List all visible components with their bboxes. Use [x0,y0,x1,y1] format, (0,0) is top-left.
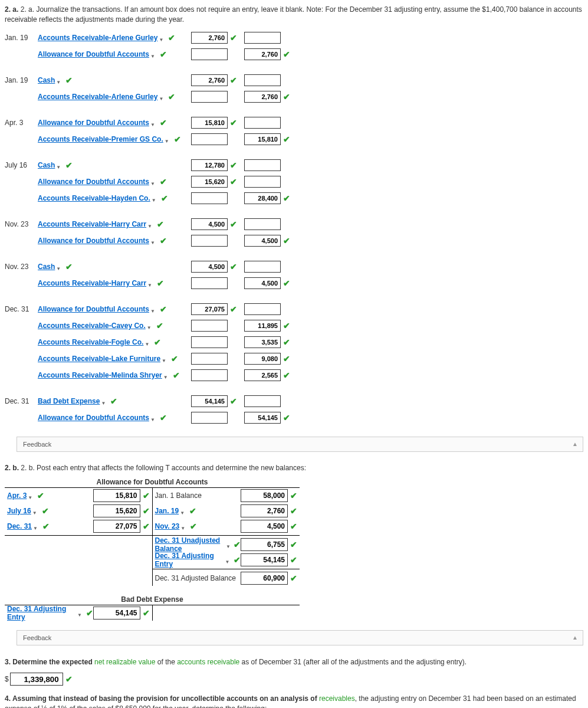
debit-input[interactable] [191,235,228,247]
account-dropdown[interactable]: Accounts Receivable-Harry Carr [38,279,146,287]
chevron-down-icon[interactable] [150,120,157,126]
account-dropdown[interactable]: Bad Debt Expense [38,397,100,405]
t-value-input[interactable] [241,538,288,551]
chevron-down-icon[interactable] [56,77,63,83]
chevron-down-icon[interactable] [162,356,169,362]
debit-input[interactable] [191,133,228,145]
debit-input[interactable] [191,192,228,204]
chevron-down-icon[interactable] [159,35,166,41]
account-dropdown[interactable]: Cash [38,263,55,271]
credit-input[interactable] [244,336,281,348]
feedback-panel-2[interactable]: Feedback ▲ [17,630,583,645]
chevron-down-icon[interactable] [226,542,231,548]
credit-input[interactable] [244,48,281,60]
t-value-input[interactable] [241,489,288,502]
debit-input[interactable] [191,48,228,60]
account-dropdown[interactable]: Accounts Receivable-Fogle Co. [38,338,143,346]
credit-input[interactable] [244,32,281,44]
t-row-label-link[interactable]: Dec. 31 Unadjusted Balance [155,536,225,553]
account-dropdown[interactable]: Accounts Receivable-Arlene Gurley [38,34,157,42]
chevron-down-icon[interactable] [165,136,172,142]
chevron-down-icon[interactable] [33,523,40,529]
account-dropdown[interactable]: Accounts Receivable-Hayden Co. [38,194,150,202]
credit-input[interactable] [244,159,281,171]
account-dropdown[interactable]: Accounts Receivable-Premier GS Co. [38,135,163,143]
debit-input[interactable] [191,412,228,424]
chevron-down-icon[interactable] [225,557,231,563]
credit-input[interactable] [244,412,281,424]
credit-input[interactable] [244,369,281,381]
t-value-input[interactable] [93,520,140,533]
credit-input[interactable] [244,320,281,332]
credit-input[interactable] [244,74,281,86]
credit-input[interactable] [244,176,281,188]
credit-input[interactable] [244,395,281,407]
credit-input[interactable] [244,303,281,315]
account-dropdown[interactable]: Allowance for Doubtful Accounts [38,305,149,313]
chevron-down-icon[interactable] [150,51,157,57]
t-value-input[interactable] [241,504,288,517]
account-dropdown[interactable]: Accounts Receivable-Harry Carr [38,220,146,228]
q3-input[interactable] [10,673,63,686]
account-dropdown[interactable]: Allowance for Doubtful Accounts [38,50,149,58]
debit-input[interactable] [191,74,228,86]
debit-input[interactable] [191,218,228,230]
credit-input[interactable] [244,353,281,365]
debit-input[interactable] [191,303,228,315]
t-row-label-link[interactable]: Apr. 3 [7,491,27,500]
t-row-label-link[interactable]: Dec. 31 [7,522,32,530]
collapse-icon[interactable]: ▲ [572,441,578,447]
t-value-input[interactable] [93,489,140,502]
account-dropdown[interactable]: Accounts Receivable-Arlene Gurley [38,93,157,101]
t-row-label-link[interactable]: Nov. 23 [155,522,180,530]
chevron-down-icon[interactable] [163,372,170,378]
debit-input[interactable] [191,176,228,188]
account-dropdown[interactable]: Allowance for Doubtful Accounts [38,178,149,186]
credit-input[interactable] [244,261,281,273]
t-value-input[interactable] [93,504,140,517]
credit-input[interactable] [244,192,281,204]
credit-input[interactable] [244,277,281,289]
debit-input[interactable] [191,261,228,273]
debit-input[interactable] [191,353,228,365]
debit-input[interactable] [191,91,228,103]
debit-input[interactable] [191,117,228,129]
chevron-down-icon[interactable] [150,238,157,244]
account-dropdown[interactable]: Allowance for Doubtful Accounts [38,414,149,422]
chevron-down-icon[interactable] [147,280,155,286]
chevron-down-icon[interactable] [56,162,63,168]
t-value-input[interactable] [241,572,288,585]
account-dropdown[interactable]: Allowance for Doubtful Accounts [38,237,149,245]
t-row-label-link[interactable]: Dec. 31 Adjusting Entry [155,552,224,568]
debit-input[interactable] [191,369,228,381]
t-value-input[interactable] [241,553,288,566]
chevron-down-icon[interactable] [180,523,188,529]
chevron-down-icon[interactable] [150,306,157,312]
feedback-panel[interactable]: Feedback ▲ [17,437,583,452]
chevron-down-icon[interactable] [147,323,154,329]
account-dropdown[interactable]: Allowance for Doubtful Accounts [38,119,149,127]
collapse-icon-2[interactable]: ▲ [572,634,578,641]
t-row-label-link[interactable]: July 16 [7,507,31,515]
chevron-down-icon[interactable] [101,398,108,404]
account-dropdown[interactable]: Cash [38,76,55,84]
debit-input[interactable] [191,32,228,44]
chevron-down-icon[interactable] [150,415,157,421]
credit-input[interactable] [244,235,281,247]
account-dropdown[interactable]: Accounts Receivable-Cavey Co. [38,322,146,330]
t-value-input[interactable] [93,607,140,620]
t-row-label-link[interactable]: Dec. 31 Adjusting Entry [7,605,76,621]
account-dropdown[interactable]: Accounts Receivable-Melinda Shryer [38,371,162,379]
chevron-down-icon[interactable] [56,264,63,270]
debit-input[interactable] [191,336,228,348]
account-dropdown[interactable]: Accounts Receivable-Lake Furniture [38,355,160,363]
chevron-down-icon[interactable] [152,195,159,201]
credit-input[interactable] [244,133,281,145]
debit-input[interactable] [191,395,228,407]
chevron-down-icon[interactable] [159,94,166,100]
debit-input[interactable] [191,320,228,332]
chevron-down-icon[interactable] [150,179,157,185]
chevron-down-icon[interactable] [144,339,152,345]
t-row-label-link[interactable]: Jan. 19 [155,507,179,515]
chevron-down-icon[interactable] [147,221,155,227]
